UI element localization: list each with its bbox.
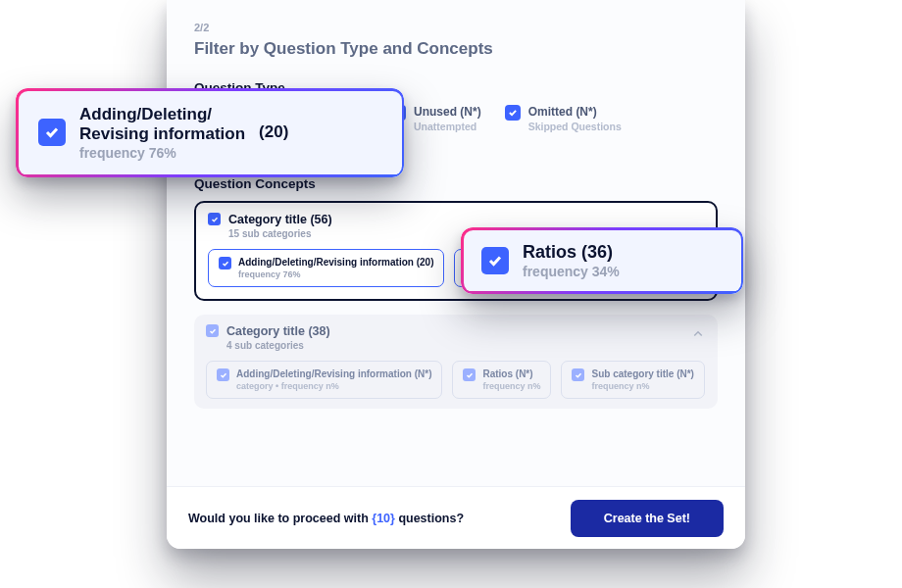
question-type-option-omitted[interactable]: Omitted (N*) Skipped Questions	[505, 105, 622, 132]
highlight-sub: frequency 76%	[79, 145, 245, 161]
subcategory-chip[interactable]: Sub category title (N*) frequency n%	[561, 361, 704, 399]
checkbox-icon[interactable]	[208, 213, 221, 225]
checkbox-icon[interactable]	[481, 247, 509, 274]
proceed-prompt: Would you like to proceed with {10} ques…	[188, 512, 464, 525]
highlight-title-line1: Adding/Deleting/	[79, 105, 245, 124]
highlight-card-adding: Adding/Deleting/ Revising information fr…	[16, 88, 404, 177]
highlight-title-line2: Revising information	[79, 124, 245, 144]
checkbox-icon[interactable]	[217, 368, 229, 381]
checkbox-icon[interactable]	[572, 368, 584, 381]
category-count: (56)	[310, 213, 331, 226]
subcat-sub: frequency 76%	[238, 270, 433, 279]
question-count: {10}	[372, 512, 395, 525]
chevron-up-icon[interactable]	[692, 328, 704, 340]
panel-title: Filter by Question Type and Concepts	[194, 39, 718, 59]
footer-bar: Would you like to proceed with {10} ques…	[167, 486, 745, 549]
checkbox-icon[interactable]	[206, 324, 219, 337]
subcat-count: (20)	[417, 257, 434, 268]
highlight-count: (20)	[259, 122, 288, 142]
category-title: Category title	[226, 324, 305, 338]
subcategory-row: Adding/Deleting/Revising information (N*…	[206, 361, 706, 399]
subcategory-chip[interactable]: Adding/Deleting/Revising information (20…	[208, 249, 444, 287]
qtype-label: Unused	[414, 105, 457, 119]
subcat-sub: frequency n%	[482, 381, 540, 391]
qtype-sublabel: Skipped Questions	[528, 121, 622, 132]
subcat-title: Ratios	[482, 368, 513, 379]
checkbox-icon[interactable]	[38, 119, 66, 146]
highlight-card-ratios: Ratios (36) frequency 34%	[461, 227, 743, 294]
step-indicator: 2/2	[194, 22, 718, 33]
category-subcount: 15 sub categories	[228, 228, 332, 239]
checkbox-icon[interactable]	[463, 368, 476, 381]
subcat-sub: frequency n%	[591, 381, 693, 391]
highlight-count: (36)	[581, 242, 613, 262]
subcat-count: (N*)	[415, 368, 432, 379]
qtype-count: (N*)	[576, 105, 596, 119]
question-concepts-heading: Question Concepts	[194, 176, 718, 191]
category-count: (38)	[308, 324, 329, 338]
subcategory-chip[interactable]: Adding/Deleting/Revising information (N*…	[206, 361, 442, 399]
category-subcount: 4 sub categories	[226, 340, 330, 351]
prompt-pre: Would you like to proceed with	[188, 512, 372, 525]
subcat-count: (N*)	[516, 368, 533, 379]
category-box-2: Category title (38) 4 sub categories Add…	[194, 315, 718, 409]
subcat-title: Adding/Deleting/Revising information	[238, 257, 414, 268]
qtype-sublabel: Unattempted	[414, 121, 481, 132]
create-set-button[interactable]: Create the Set!	[571, 500, 724, 537]
category-title: Category title	[228, 213, 307, 226]
checkbox-icon[interactable]	[505, 105, 521, 121]
subcat-title: Sub category title	[591, 368, 674, 379]
highlight-sub: frequency 34%	[523, 264, 620, 279]
prompt-post: questions?	[395, 512, 464, 525]
qtype-label: Omitted	[528, 105, 573, 119]
subcat-sub: category • frequency n%	[236, 381, 431, 391]
checkbox-icon[interactable]	[219, 257, 231, 270]
qtype-count: (N*)	[460, 105, 480, 119]
subcat-title: Adding/Deleting/Revising information	[236, 368, 412, 379]
highlight-title: Ratios	[523, 242, 576, 262]
subcat-count: (N*)	[676, 368, 694, 379]
category-header[interactable]: Category title (38) 4 sub categories	[206, 324, 706, 351]
subcategory-chip[interactable]: Ratios (N*) frequency n%	[452, 361, 551, 399]
